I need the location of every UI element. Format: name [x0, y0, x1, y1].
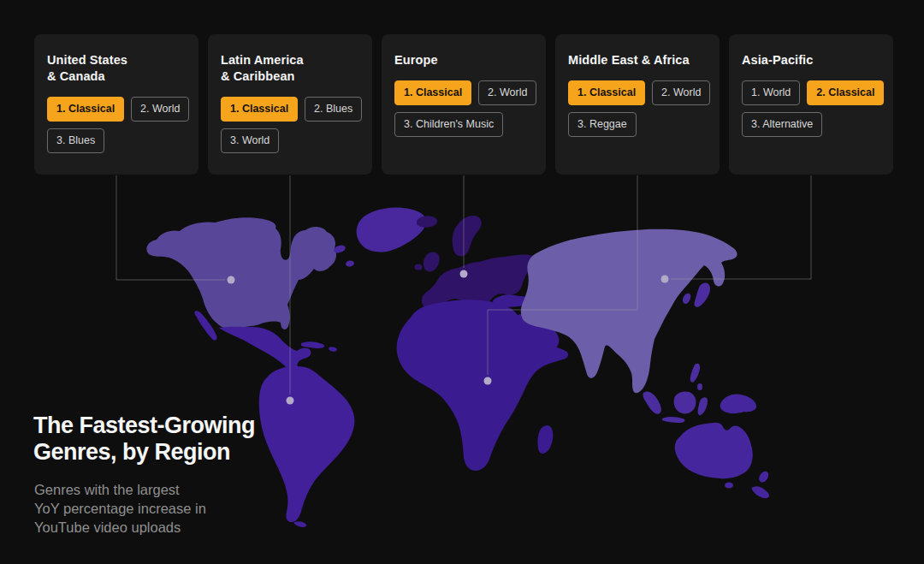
genre-badge-rank2: 2. World: [652, 80, 710, 105]
map-region-south-america: [259, 366, 355, 527]
genre-badge-rank2: 2. World: [131, 97, 189, 122]
map-region-asia: [521, 229, 737, 394]
genre-badge-rank1: 1. Classical: [394, 80, 471, 105]
genre-badge-rank3: 3. Children's Music: [394, 112, 503, 137]
map-region-north-america: [146, 217, 336, 329]
map-dot-europe: [460, 270, 468, 278]
genre-badge-row: 1. World 2. Classical: [742, 80, 880, 105]
genre-badge-row: 1. Classical 2. World: [568, 80, 707, 105]
genre-badge-row: 3. Blues: [47, 128, 186, 153]
page-subtitle-line3: YouTube video uploads: [34, 518, 206, 537]
region-card-latin-america-caribbean: Latin America& Caribbean 1. Classical 2.…: [208, 34, 372, 175]
page-subtitle: Genres with the largest YoY percentage i…: [34, 480, 206, 537]
genre-badge-row: 3. Reggae: [568, 112, 707, 137]
region-card-title: Latin America& Caribbean: [221, 52, 359, 85]
map-dot-middle-east-africa: [484, 377, 492, 385]
map-dot-us-canada: [228, 276, 235, 284]
region-card-europe: Europe 1. Classical 2. World 3. Children…: [382, 34, 546, 175]
genre-badge-rank3: 3. Alternative: [742, 112, 822, 137]
region-card-title: Europe: [394, 52, 533, 68]
region-card-title: Middle East & Africa: [568, 52, 707, 68]
genre-badge-rank2: 2. Blues: [305, 97, 362, 122]
genre-badge-rank2: 2. World: [478, 80, 536, 105]
region-card-middle-east-africa: Middle East & Africa 1. Classical 2. Wor…: [555, 34, 720, 175]
genre-badge-row: 3. World: [221, 128, 359, 153]
genre-badge-row: 1. Classical 2. World: [394, 80, 533, 105]
genre-badge-rank3: 3. World: [221, 128, 279, 153]
genre-badge-rank3: 3. Reggae: [568, 112, 637, 137]
genre-badge-rank1: 1. Classical: [568, 80, 645, 105]
map-region-greenland: [333, 208, 426, 268]
infographic-canvas: United States& Canada 1. Classical 2. Wo…: [0, 0, 924, 564]
map-region-southeast-asia-islands: [643, 364, 708, 423]
map-region-east-asia-islands: [683, 282, 710, 306]
page-title: The Fastest-Growing Genres, by Region: [33, 413, 255, 466]
page-title-line1: The Fastest-Growing: [33, 413, 255, 439]
region-cards-row: United States& Canada 1. Classical 2. Wo…: [34, 34, 893, 175]
page-subtitle-line2: YoY percentage increase in: [34, 499, 206, 518]
region-card-title: Asia-Pacific: [742, 52, 880, 68]
genre-badge-row: 3. Children's Music: [394, 112, 533, 137]
genre-badge-rank2: 2. Classical: [807, 80, 884, 105]
genre-badge-row: 3. Alternative: [742, 112, 880, 137]
genre-badge-rank1: 1. World: [742, 80, 800, 105]
genre-badge-row: 1. Classical 2. World: [47, 97, 186, 122]
map-dot-asia-pacific: [661, 276, 669, 283]
page-title-line2: Genres, by Region: [33, 439, 255, 466]
genre-badge-row: 1. Classical 2. Blues: [221, 97, 359, 122]
genre-badge-rank1: 1. Classical: [47, 97, 124, 122]
region-card-us-canada: United States& Canada 1. Classical 2. Wo…: [34, 34, 198, 175]
genre-badge-rank1: 1. Classical: [221, 97, 298, 122]
genre-badge-rank3: 3. Blues: [47, 128, 104, 153]
page-subtitle-line1: Genres with the largest: [34, 480, 206, 499]
region-card-asia-pacific: Asia-Pacific 1. World 2. Classical 3. Al…: [729, 34, 893, 175]
region-card-title: United States& Canada: [47, 52, 186, 85]
map-dot-latin-america: [287, 397, 294, 405]
